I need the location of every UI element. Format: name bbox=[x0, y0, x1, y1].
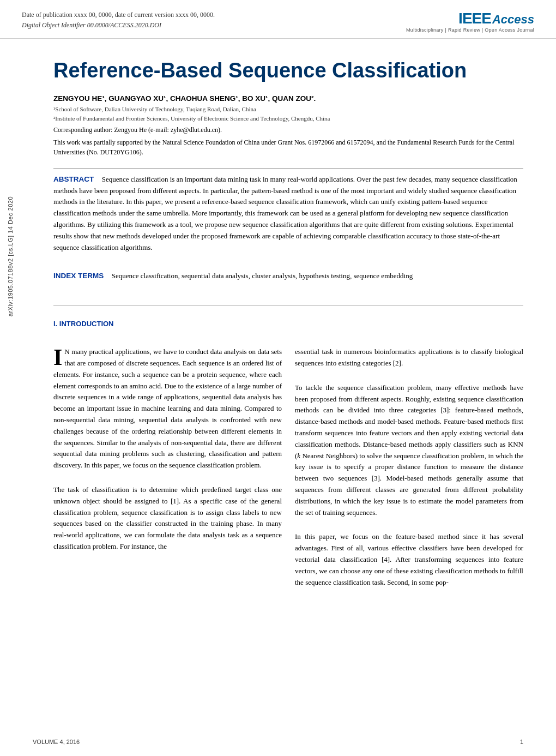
header-meta: Date of publication xxxx 00, 0000, date … bbox=[22, 10, 215, 31]
ieee-wordmark: IEEE bbox=[458, 10, 491, 27]
ieee-subtitle: Multidisciplinary | Rapid Review | Open … bbox=[406, 27, 534, 33]
intro-left-col: IN many practical applications, we have … bbox=[53, 346, 282, 592]
affiliation-2: ²Institute of Fundamental and Frontier S… bbox=[53, 114, 523, 124]
header-bar: Date of publication xxxx 00, 0000, date … bbox=[0, 0, 556, 39]
paper-title: Reference-Based Sequence Classification bbox=[53, 58, 523, 83]
divider-2 bbox=[53, 305, 523, 305]
abstract-text: Sequence classification is an important … bbox=[53, 175, 517, 251]
intro-text-5: In this paper, we focus on the feature-b… bbox=[295, 532, 523, 586]
intro-para-4: To tackle the sequence classification pr… bbox=[295, 382, 523, 519]
affiliation-1: ¹School of Software, Dalian University o… bbox=[53, 105, 523, 115]
intro-para-5: In this paper, we focus on the feature-b… bbox=[295, 531, 523, 588]
author-names: ZENGYOU HE¹, GUANGYAO XU¹, CHAOHUA SHENG… bbox=[53, 94, 316, 103]
funding-note: This work was partially supported by the… bbox=[53, 137, 523, 157]
index-terms-label: INDEX TERMS bbox=[53, 272, 104, 280]
divider bbox=[53, 168, 523, 169]
index-terms-text: Sequence classification, sequential data… bbox=[112, 272, 413, 280]
volume-note: VOLUME 4, 2016 bbox=[33, 739, 80, 745]
access-wordmark: Access bbox=[492, 13, 534, 27]
arxiv-sidebar: arXiv:1905.07188v2 [cs.LG] 14 Dec 2020 bbox=[0, 65, 21, 447]
abstract-section: ABSTRACT Sequence classification is an i… bbox=[53, 174, 523, 254]
intro-text-2: The task of classification is to determi… bbox=[53, 485, 282, 550]
intro-para-3: essential task in numerous bioinformatic… bbox=[295, 346, 523, 369]
authors: ZENGYOU HE¹, GUANGYAO XU¹, CHAOHUA SHENG… bbox=[53, 94, 523, 103]
page-number: 1 bbox=[520, 739, 523, 745]
intro-text-3: essential task in numerous bioinformatic… bbox=[295, 347, 523, 367]
intro-text-4: To tackle the sequence classification pr… bbox=[295, 383, 523, 517]
pub-date: Date of publication xxxx 00, 0000, date … bbox=[22, 10, 215, 20]
arxiv-label: arXiv:1905.07188v2 [cs.LG] 14 Dec 2020 bbox=[7, 196, 14, 316]
affiliations: ¹School of Software, Dalian University o… bbox=[53, 105, 523, 124]
corresponding-author: Corresponding author: Zengyou He (e-mail… bbox=[53, 126, 523, 134]
intro-para-1: IN many practical applications, we have … bbox=[53, 346, 282, 471]
ieee-logo: IEEE Access Multidisciplinary | Rapid Re… bbox=[406, 10, 534, 33]
doi: Digital Object Identifier 00.0000/ACCESS… bbox=[22, 20, 215, 31]
intro-text-1: N many practical applications, we have t… bbox=[53, 347, 282, 469]
main-content: Reference-Based Sequence Classification … bbox=[21, 39, 556, 603]
intro-para-2: The task of classification is to determi… bbox=[53, 484, 282, 553]
abstract-label: ABSTRACT bbox=[53, 175, 94, 183]
index-terms-section: INDEX TERMS Sequence classification, seq… bbox=[53, 271, 523, 282]
page-container: Date of publication xxxx 00, 0000, date … bbox=[0, 0, 556, 756]
intro-right-col: essential task in numerous bioinformatic… bbox=[295, 346, 523, 592]
drop-cap-I: I bbox=[53, 346, 64, 367]
two-col-layout: IN many practical applications, we have … bbox=[53, 346, 523, 592]
intro-heading: I. INTRODUCTION bbox=[53, 320, 523, 328]
